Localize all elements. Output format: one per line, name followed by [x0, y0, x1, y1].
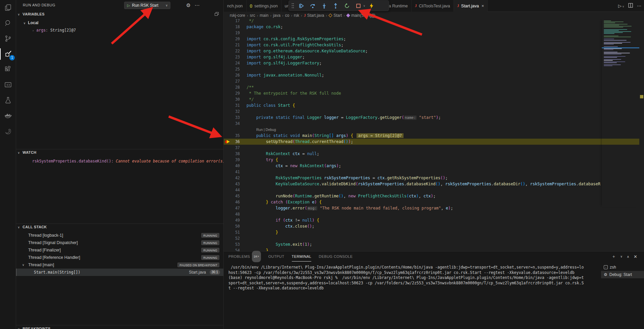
- line-number[interactable]: 18: [224, 24, 240, 30]
- line-number[interactable]: 43: [224, 181, 240, 187]
- more-actions-icon[interactable]: ⋯: [637, 3, 641, 8]
- code-line[interactable]: 35 public static void main(String[] args…: [224, 133, 639, 139]
- line-number[interactable]: 42: [224, 175, 240, 181]
- terminal-instance-debug-start[interactable]: ⚙Debug: Start: [601, 271, 644, 278]
- stack-frame-row[interactable]: Start.main(String[]) Start.java 36:1: [16, 269, 223, 276]
- breadcrumb-item[interactable]: src: [250, 13, 255, 18]
- line-number[interactable]: 28: [224, 84, 240, 90]
- split-editor-icon[interactable]: [628, 3, 633, 9]
- code-line[interactable]: 28/**: [224, 84, 639, 90]
- thread-row[interactable]: ∨Thread [main]PAUSED ON BREAKPOINT: [16, 261, 223, 269]
- code-line[interactable]: 27: [224, 78, 639, 84]
- line-number[interactable]: 46: [224, 199, 240, 205]
- code-line[interactable]: 21import co.rsk.util.PreflightChecksUtil…: [224, 42, 639, 48]
- run-java-icon[interactable]: ▷ ∨: [618, 3, 624, 8]
- code-line[interactable]: 24import org.slf4j.LoggerFactory;: [224, 60, 639, 66]
- activity-bar-source-control[interactable]: [0, 31, 16, 46]
- code-line[interactable]: 46 } catch (Exception e) {: [224, 199, 639, 205]
- line-number[interactable]: 38: [224, 151, 240, 157]
- launch-config-dropdown[interactable]: ▷ Run RSK Start ∨: [124, 2, 170, 9]
- code-line[interactable]: 38 RskContext ctx = null;: [224, 151, 639, 157]
- code-line[interactable]: 53 System.exit(1);: [224, 241, 639, 247]
- thread-row[interactable]: Thread [Finalizer]RUNNING: [16, 246, 223, 254]
- breadcrumb-symbol[interactable]: main(String[]): [351, 13, 375, 18]
- line-number[interactable]: 52: [224, 235, 240, 241]
- current-execution-line[interactable]: 36 setUpThread(Thread.currentThread());: [224, 139, 639, 145]
- panel-tab-debug-console[interactable]: DEBUG CONSOLE: [319, 251, 353, 262]
- line-number[interactable]: 39: [224, 157, 240, 163]
- code-line[interactable]: 42 RskSystemProperties rskSystemProperti…: [224, 175, 639, 181]
- breadcrumb-item[interactable]: co: [285, 13, 289, 18]
- breadcrumb-item[interactable]: rskj-core: [230, 13, 245, 18]
- line-number[interactable]: 24: [224, 60, 240, 66]
- code-line[interactable]: 34: [224, 121, 639, 127]
- terminal-instance-zsh[interactable]: ›zsh: [601, 264, 644, 271]
- watch-section-header[interactable]: ∨ WATCH: [16, 150, 223, 157]
- minimap[interactable]: [602, 19, 639, 207]
- line-number[interactable]: 54: [224, 247, 240, 251]
- activity-bar-run-and-debug[interactable]: 1: [0, 46, 16, 62]
- code-line[interactable]: 50 ctx.close();: [224, 223, 639, 229]
- close-icon[interactable]: ×: [482, 3, 484, 8]
- line-number[interactable]: 25: [224, 66, 240, 72]
- step-into-icon[interactable]: [319, 1, 329, 10]
- gear-icon[interactable]: ⚙: [186, 2, 191, 8]
- step-out-icon[interactable]: [330, 1, 340, 10]
- line-number[interactable]: 27: [224, 78, 240, 84]
- line-number[interactable]: 51: [224, 229, 240, 235]
- code-line[interactable]: 33 private static final Logger logger = …: [224, 114, 639, 121]
- thread-row[interactable]: Thread [Signal Dispatcher]RUNNING: [16, 239, 223, 246]
- watch-expression[interactable]: rskSystemProperties.databaseKind(): Cann…: [16, 158, 223, 164]
- thread-row[interactable]: Thread [Reference Handler]RUNNING: [16, 254, 223, 261]
- terminal-dropdown-chevron-icon[interactable]: ∨: [620, 255, 623, 258]
- continue-icon[interactable]: [296, 1, 306, 10]
- code-line[interactable]: 29 * The entrypoint for the RSK full nod…: [224, 90, 639, 96]
- toolbar-drag-handle[interactable]: [291, 3, 295, 8]
- line-number[interactable]: 23: [224, 54, 240, 60]
- code-line[interactable]: 43 KeyValueDataSource.validateDbKind(rsk…: [224, 181, 639, 187]
- tab-nch-json[interactable]: nch.json: [224, 0, 247, 12]
- code-line[interactable]: 41: [224, 169, 639, 175]
- variable-args[interactable]: › args: String[2]@7: [16, 27, 223, 34]
- code-line[interactable]: 26import javax.annotation.Nonnull;: [224, 72, 639, 78]
- line-number[interactable]: 40: [224, 163, 240, 169]
- code-line[interactable]: 19: [224, 30, 639, 36]
- breadcrumb-symbol[interactable]: Start: [333, 13, 342, 18]
- breadcrumb-file[interactable]: Start.java: [307, 13, 324, 18]
- terminal-output[interactable]: /usr/bin/env /Library/Internet\ Plug-Ins…: [228, 265, 584, 329]
- activity-bar-gradle[interactable]: [0, 124, 16, 139]
- code-line[interactable]: 22import org.ethereum.datasource.KeyValu…: [224, 48, 639, 54]
- line-number[interactable]: 35: [224, 133, 240, 139]
- line-number[interactable]: 26: [224, 72, 240, 78]
- line-number[interactable]: 22: [224, 48, 240, 54]
- panel-tab-problems[interactable]: PROBLEMS1K+: [228, 251, 261, 262]
- line-number[interactable]: 30: [224, 96, 240, 102]
- activity-bar-extensions[interactable]: [0, 62, 16, 77]
- code-line[interactable]: 45 runNode(Runtime.getRuntime(), new Pre…: [224, 193, 639, 199]
- line-number[interactable]: 37: [224, 145, 240, 151]
- code-line[interactable]: 25: [224, 66, 639, 72]
- line-number[interactable]: 32: [224, 108, 240, 114]
- breadcrumb-item[interactable]: java: [273, 13, 280, 18]
- code-line[interactable]: 39 try {: [224, 157, 639, 163]
- code-line[interactable]: 18package co.rsk;: [224, 24, 639, 30]
- code-line[interactable]: 32: [224, 108, 639, 114]
- line-number[interactable]: 44: [224, 187, 240, 193]
- code-lens[interactable]: Run | Debug: [224, 127, 639, 133]
- maximize-panel-icon[interactable]: ∧: [627, 255, 629, 258]
- code-line[interactable]: 20import co.rsk.config.RskSystemProperti…: [224, 36, 639, 42]
- line-number[interactable]: 34: [224, 121, 240, 127]
- code-line[interactable]: 47 logger.error(msg: "The RSK node main …: [224, 205, 639, 211]
- stop-icon[interactable]: [353, 1, 363, 10]
- tab-clitoolstest-java[interactable]: JCliToolsTest.java: [412, 0, 454, 12]
- code-line[interactable]: 31public class Start {: [224, 102, 639, 108]
- breakpoints-section-header[interactable]: ∨ BREAKPOINTS: [16, 327, 223, 329]
- code-editor[interactable]: 17 */18package co.rsk;1920import co.rsk.…: [224, 19, 644, 251]
- code-line[interactable]: 48: [224, 211, 639, 217]
- activity-bar-search[interactable]: [0, 15, 16, 31]
- new-terminal-icon[interactable]: ＋: [611, 253, 616, 260]
- line-number[interactable]: 29: [224, 90, 240, 96]
- line-number[interactable]: 53: [224, 241, 240, 247]
- code-line[interactable]: 23import org.slf4j.Logger;: [224, 54, 639, 60]
- line-number[interactable]: 41: [224, 169, 240, 175]
